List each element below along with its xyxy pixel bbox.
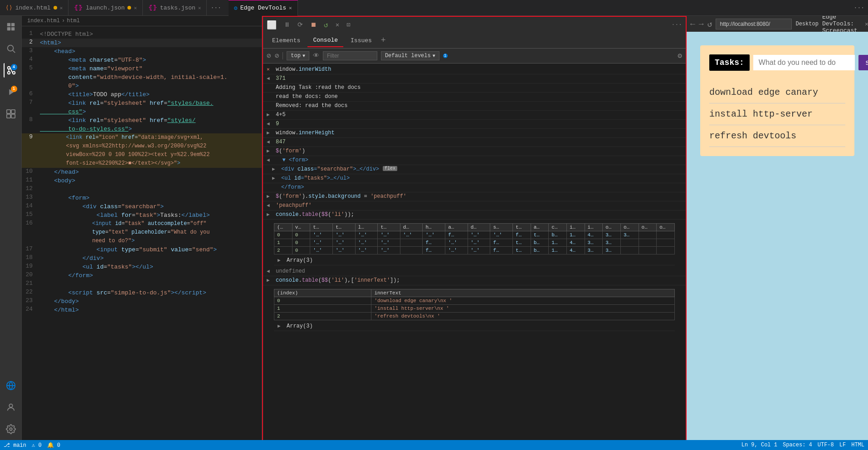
console-log-removed: Removed: read the docs <box>263 102 686 111</box>
console-entry-innerheight: ▶ window.innerHeight <box>263 129 686 138</box>
devtools-stop-button[interactable]: ⏹ <box>310 21 317 29</box>
editor-line-6: 6 <title>TODO app</title> <box>22 90 262 99</box>
breadcrumb: index.html › html <box>22 16 262 26</box>
console-form-close: </form> <box>263 183 686 192</box>
editor-more-button[interactable]: ··· <box>850 5 868 11</box>
tab-close-icon[interactable]: ✕ <box>60 5 63 11</box>
table2-header-innertext: innerText <box>371 289 675 297</box>
devtools-panel-toggle[interactable]: ⬜ <box>267 20 277 30</box>
table-header-a2: a… <box>531 224 549 231</box>
tab-tasks-json[interactable]: ⦃⦄ tasks.json ✕ <box>143 0 207 16</box>
table-2-footer: ▶ Array(3) <box>274 322 675 331</box>
devtools-refresh-button[interactable]: ↺ <box>324 20 328 29</box>
table-row: 1 0 '…' '…' '…' '…' f… '…' '…' f… t… <box>274 239 675 247</box>
expand-icon: ▶ <box>267 211 274 217</box>
console-result-peachpuff: ◀ 'peachpuff' <box>263 201 686 210</box>
devtools-step-button[interactable]: ⟳ <box>297 21 303 29</box>
svg-rect-0 <box>7 23 10 26</box>
table-header-o3: o… <box>639 224 657 231</box>
todo-label: Tasks: <box>709 54 750 71</box>
svg-point-16 <box>9 404 12 407</box>
activity-search[interactable] <box>4 41 18 56</box>
editor-line-13: 13 <form> <box>22 194 262 202</box>
status-ln-col: Ln 9, Col 1 <box>741 442 777 448</box>
result-icon: ◀ <box>267 202 274 208</box>
tab-label: launch.json <box>86 5 125 11</box>
table-header-t2: t… <box>332 224 355 231</box>
screencast-close-button[interactable]: ✕ <box>865 20 868 28</box>
activity-run[interactable]: 1 <box>4 85 18 99</box>
devtools-more-button[interactable]: ··· <box>672 21 682 28</box>
console-content[interactable]: ✕ window.innerWidth ◀ 371 Adding Task :r… <box>263 64 686 440</box>
table2-header-index: (index) <box>274 289 371 297</box>
table-header-d: d… <box>400 224 423 231</box>
activity-explorer[interactable] <box>4 20 18 34</box>
todo-send-button[interactable]: send <box>858 55 868 70</box>
reload-button[interactable]: ↺ <box>707 19 712 29</box>
console-clear-button[interactable]: ⊘ <box>267 51 271 60</box>
activity-source-control[interactable]: 4 <box>4 63 18 78</box>
editor-line-19: 19 <ul id="tasks"></ul> <box>22 263 262 271</box>
editor-line-1: 1 <!DOCTYPE html> <box>22 30 262 39</box>
result-icon: ◀ <box>267 121 274 127</box>
breadcrumb-file: index.html <box>27 18 60 24</box>
editor-line-24: 24 </html> <box>22 306 262 314</box>
todo-form: Tasks: send <box>709 54 845 71</box>
console-log-adding: Adding Task :read the docs <box>263 83 686 93</box>
status-errors: ⚠ 0 <box>32 442 42 449</box>
activity-settings[interactable] <box>4 422 18 436</box>
activity-extensions[interactable] <box>4 107 18 121</box>
table-row: 2 'refresh devtools\nx ' <box>274 313 675 320</box>
tab-console[interactable]: Console <box>307 34 343 47</box>
status-lang: HTML <box>851 442 864 448</box>
levels-dropdown[interactable]: Default levels ▼ <box>381 51 439 60</box>
forward-button[interactable]: → <box>699 20 704 29</box>
editor-line-4: 4 <meta charset="UTF-8"> <box>22 56 262 64</box>
tab-issues[interactable]: Issues <box>345 34 377 47</box>
devtools-pause-button[interactable]: ⏸ <box>284 21 290 29</box>
table-header-h: h… <box>423 224 445 231</box>
tab-elements[interactable]: Elements <box>267 34 306 47</box>
devtools-screencast-button[interactable]: ⊡ <box>346 21 350 29</box>
status-bar: ⎇ main ⚠ 0 🔔 0 Ln 9, Col 1 Spaces: 4 UTF… <box>0 440 868 450</box>
todo-input[interactable] <box>753 55 855 70</box>
tab-launch-json[interactable]: ⦃⦄ launch.json ✕ <box>68 0 142 16</box>
editor-line-20: 20 </form> <box>22 271 262 280</box>
settings-icon[interactable]: ⚙ <box>678 51 682 60</box>
editor-line-3: 3 <head> <box>22 47 262 56</box>
more-tabs-button[interactable]: ··· <box>207 5 224 11</box>
add-tab-button[interactable]: + <box>381 36 386 45</box>
tab-index-html[interactable]: ⟨⟩ index.html ✕ <box>0 0 68 16</box>
top-context-selector[interactable]: top ▼ <box>287 51 309 60</box>
device-label: Desktop <box>795 21 818 27</box>
devtools-inspect-button[interactable]: ✕ <box>336 21 339 29</box>
devtools-titlebar: ⬜ ⏸ ⟳ ⏹ ↺ ✕ ⊡ ··· <box>263 17 686 33</box>
expand-icon: ▶ <box>278 323 285 329</box>
table-header-c: c… <box>549 224 567 231</box>
activity-remote[interactable] <box>4 378 18 393</box>
error-icon: ✕ <box>267 66 274 72</box>
error-count-badge: 1 <box>443 54 448 58</box>
expand-icon: ▶ <box>272 175 279 181</box>
screencast-panel: ← → ↺ Desktop Edge DevTools: Screencast … <box>687 16 868 440</box>
toolbar-divider <box>283 52 283 59</box>
console-ban-button[interactable]: ⊘ <box>275 51 279 60</box>
table-header-t4: t… <box>513 224 531 231</box>
table-1-footer: ▶ Array(3) <box>274 256 675 265</box>
table-row: 2 0 '…' '…' '…' '…' f… '…' '…' f… t… <box>274 247 675 254</box>
screencast-titlebar: ← → ↺ Desktop Edge DevTools: Screencast … <box>687 16 868 32</box>
table-header-a: a… <box>445 224 468 231</box>
eye-icon[interactable]: 👁 <box>313 52 319 59</box>
status-bar-right: Ln 9, Col 1 Spaces: 4 UTF-8 LF HTML <box>741 442 864 448</box>
screencast-content: Tasks: send download edge canary install… <box>687 32 868 440</box>
activity-accounts[interactable] <box>4 400 18 415</box>
editor-content[interactable]: 1 <!DOCTYPE html> 2 <html> 3 <head> 4 <m… <box>22 26 262 440</box>
back-button[interactable]: ← <box>690 20 695 29</box>
url-bar[interactable] <box>716 19 792 29</box>
expand-icon: ▶ <box>267 112 274 117</box>
tab-close-icon[interactable]: ✕ <box>134 5 137 11</box>
tab-close-icon[interactable]: ✕ <box>289 5 292 11</box>
console-filter-input[interactable] <box>323 51 377 60</box>
tab-close-icon[interactable]: ✕ <box>198 5 201 11</box>
tab-edge-devtools[interactable]: ⚙ Edge DevTools ✕ <box>229 0 298 16</box>
